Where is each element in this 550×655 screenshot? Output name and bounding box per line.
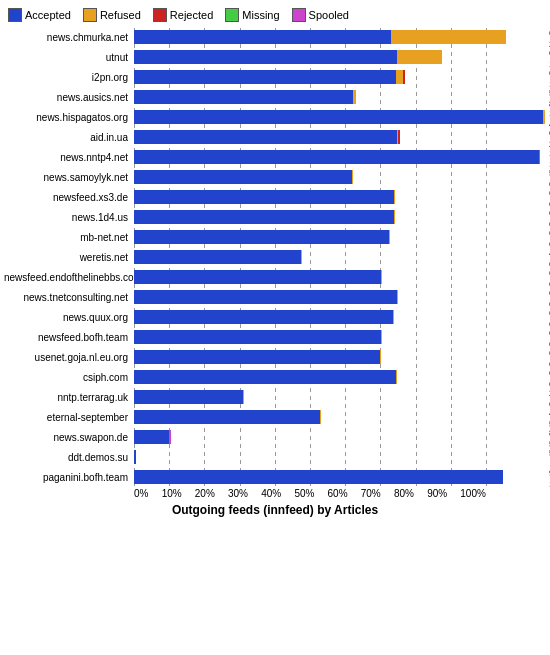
bar-area: 27296 [134, 390, 546, 404]
bar-area: 8805 [134, 430, 546, 444]
row-label: news.chmurka.net [4, 32, 134, 43]
legend-label-refused: Refused [100, 9, 141, 21]
row-label: news.samoylyk.net [4, 172, 134, 183]
legend-label-rejected: Rejected [170, 9, 213, 21]
bar-segment-accepted [134, 430, 169, 444]
bar-row: newsfeed.xs3.de65096 [4, 188, 546, 206]
legend-color-rejected [153, 8, 167, 22]
bar-row: news.swapon.de8805 [4, 428, 546, 446]
legend-color-refused [83, 8, 97, 22]
bar-area: 65771129 [134, 50, 546, 64]
bar-wrap: 61436 [134, 350, 546, 364]
bar-wrap: 6561169 [134, 70, 546, 84]
bar-wrap: 92231 [134, 470, 546, 484]
bar-wrap: 54436 [134, 170, 546, 184]
x-axis-title: Outgoing feeds (innfeed) by Articles [4, 503, 546, 517]
row-label: news.quux.org [4, 312, 134, 323]
x-axis: 0%10%20%30%40%50%60%70%80%90%100% [134, 488, 486, 499]
bar-area: 41746 [134, 250, 546, 264]
legend-item-refused: Refused [83, 8, 141, 22]
bar-segment-accepted [134, 50, 397, 64]
bar-row: newsfeed.bofh.team61766 [4, 328, 546, 346]
row-label: news.1d4.us [4, 212, 134, 223]
row-label: csiph.com [4, 372, 134, 383]
legend-color-accepted [8, 8, 22, 22]
bar-wrap: 65016 [134, 210, 546, 224]
row-label: news.tnetconsulting.net [4, 292, 134, 303]
bar-area: 1022244 [134, 110, 546, 124]
bar-segment-accepted [134, 90, 353, 104]
bar-row: nntp.terrarag.uk27296 [4, 388, 546, 406]
row-label: newsfeed.bofh.team [4, 332, 134, 343]
bar-segment-refused [353, 90, 356, 104]
row-label: news.swapon.de [4, 432, 134, 443]
legend-label-missing: Missing [242, 9, 279, 21]
bar-area: 57 [134, 450, 546, 464]
bar-row: news.ausics.net547087 [4, 88, 546, 106]
x-axis-label: 40% [261, 488, 281, 499]
bar-wrap: 63766 [134, 230, 546, 244]
x-axis-label: 100% [460, 488, 486, 499]
bar-area: 54436 [134, 170, 546, 184]
rows-container: news.chmurka.net64322878utnut65771129i2p… [4, 28, 546, 486]
x-axis-label: 0% [134, 488, 148, 499]
bar-area: 61436 [134, 350, 546, 364]
bar-wrap: 46565 [134, 410, 546, 424]
bar-area: 65016 [134, 210, 546, 224]
bar-area: 63766 [134, 230, 546, 244]
bar-row: paganini.bofh.team92231 [4, 468, 546, 486]
legend-item-missing: Missing [225, 8, 279, 22]
bar-segment-refused [543, 110, 545, 124]
bar-segment-accepted [134, 310, 393, 324]
bar-segment-accepted [134, 150, 539, 164]
bar-segment-accepted [134, 190, 394, 204]
bar-row: eternal-september46565 [4, 408, 546, 426]
bar-wrap: 657227 [134, 130, 546, 144]
bar-wrap: 8805 [134, 430, 546, 444]
bar-wrap: 65716 [134, 290, 546, 304]
bar-wrap: 1011619 [134, 150, 546, 164]
legend: AcceptedRefusedRejectedMissingSpooled [4, 8, 546, 22]
legend-color-missing [225, 8, 239, 22]
row-label: newsfeed.endofthelinebbs.com [4, 272, 134, 283]
row-label: weretis.net [4, 252, 134, 263]
bar-segment-accepted [134, 450, 136, 464]
bar-segment-accepted [134, 290, 397, 304]
bar-segment-accepted [134, 110, 543, 124]
bar-wrap: 61766 [134, 330, 546, 344]
bar-segment-accepted [134, 270, 381, 284]
bar-row: news.samoylyk.net54436 [4, 168, 546, 186]
row-label: news.ausics.net [4, 92, 134, 103]
legend-color-spooled [292, 8, 306, 22]
bar-area: 65716 [134, 290, 546, 304]
row-label: usenet.goja.nl.eu.org [4, 352, 134, 363]
bar-row: news.quux.org64646 [4, 308, 546, 326]
chart-area: news.chmurka.net64322878utnut65771129i2p… [4, 28, 546, 486]
bar-segment-accepted [134, 390, 243, 404]
bar-segment-accepted [134, 350, 380, 364]
x-axis-label: 50% [294, 488, 314, 499]
bar-segment-accepted [134, 230, 389, 244]
bar-row: newsfeed.endofthelinebbs.com61706 [4, 268, 546, 286]
bar-area: 64322878 [134, 30, 546, 44]
bar-segment-accepted [134, 130, 397, 144]
bar-row: news.chmurka.net64322878 [4, 28, 546, 46]
bar-row: utnut65771129 [4, 48, 546, 66]
bar-wrap: 27296 [134, 390, 546, 404]
bar-area: 61706 [134, 270, 546, 284]
bar-segment-refused [397, 50, 442, 64]
row-label: mb-net.net [4, 232, 134, 243]
row-label: utnut [4, 52, 134, 63]
bar-segment-accepted [134, 370, 396, 384]
bar-row: aid.in.ua657227 [4, 128, 546, 146]
bar-segment-refused [391, 30, 506, 44]
bar-row: news.1d4.us65016 [4, 208, 546, 226]
legend-item-spooled: Spooled [292, 8, 349, 22]
bar-segment-spooled [169, 430, 171, 444]
bar-wrap: 65096 [134, 190, 546, 204]
bar-area: 1011619 [134, 150, 546, 164]
bar-area: 65496 [134, 370, 546, 384]
x-axis-label: 30% [228, 488, 248, 499]
bar-segment-rejected [403, 70, 405, 84]
row-label: nntp.terrarag.uk [4, 392, 134, 403]
